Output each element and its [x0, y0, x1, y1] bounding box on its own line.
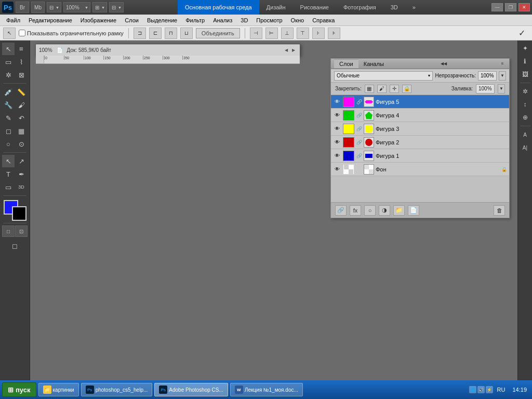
- menu-select[interactable]: Выделение: [143, 16, 181, 24]
- ruler-tool[interactable]: 📏: [15, 86, 28, 98]
- add-mask-btn[interactable]: ○: [364, 205, 376, 216]
- layers-tab-layers[interactable]: Слои: [334, 59, 358, 68]
- unite-btn[interactable]: Объединить: [196, 28, 240, 38]
- right-tool-1[interactable]: ✦: [520, 43, 531, 54]
- language-indicator[interactable]: RU: [495, 385, 508, 394]
- taskbar-btn-ps-help[interactable]: Ps photoshop_cs5_help...: [81, 383, 153, 396]
- workspace-tab-photo[interactable]: Фотография: [336, 0, 383, 15]
- direct-select-tool[interactable]: ↗: [15, 155, 28, 167]
- layer-row-figura4[interactable]: 👁 🔗 Фигура 4: [331, 109, 509, 122]
- menu-image[interactable]: Изображение: [76, 16, 121, 24]
- right-tool-3[interactable]: 🖼: [520, 69, 531, 80]
- bounding-box-input[interactable]: [19, 30, 25, 36]
- fill-value[interactable]: 100%: [476, 84, 495, 94]
- layer-eye-figura4[interactable]: 👁: [333, 111, 341, 119]
- zoom-dropdown[interactable]: 100%: [63, 2, 90, 12]
- gradient-tool[interactable]: ▦: [15, 125, 28, 137]
- history-brush-tool[interactable]: ↶: [15, 112, 28, 124]
- align-btn-1[interactable]: ⊐: [134, 28, 146, 39]
- spot-heal-tool[interactable]: 🔧: [2, 99, 15, 111]
- workspace-tab-paint[interactable]: Рисование: [293, 0, 336, 15]
- menu-file[interactable]: Файл: [2, 16, 24, 24]
- menu-3d[interactable]: 3D: [236, 16, 252, 24]
- path-select-tool[interactable]: ↖: [2, 155, 15, 167]
- standard-mode-btn[interactable]: □: [2, 225, 15, 237]
- clone-stamp-tool[interactable]: ✎: [2, 112, 15, 124]
- fill-arrow-btn[interactable]: ▼: [498, 84, 505, 94]
- right-tool-8[interactable]: A|: [520, 142, 531, 153]
- opacity-value[interactable]: 100%: [478, 71, 497, 81]
- align-btn-2[interactable]: ⊏: [149, 28, 162, 39]
- lock-paint-btn[interactable]: 🖌: [377, 85, 387, 93]
- layout-dropdown[interactable]: ⊞: [92, 2, 107, 12]
- layer-row-figura3[interactable]: 👁 🔗 Фигура 3: [331, 122, 509, 136]
- scroll-left-btn[interactable]: ◀: [283, 47, 289, 54]
- taskbar-btn-kartinki[interactable]: 📁 картинки: [38, 383, 79, 396]
- arrangement-dropdown[interactable]: ⊟: [47, 2, 61, 12]
- workspace-tab-design[interactable]: Дизайн: [259, 0, 293, 15]
- background-color[interactable]: [12, 206, 26, 221]
- screen-mode-btn[interactable]: ◻: [4, 240, 26, 252]
- align-v-btn-1[interactable]: ⊤: [297, 28, 309, 39]
- align-v-btn-2[interactable]: ⊦: [312, 28, 325, 39]
- layers-menu-btn[interactable]: ≡: [499, 61, 506, 67]
- start-button[interactable]: ⊞ пуск: [2, 382, 36, 397]
- shape-tool[interactable]: ▭: [2, 181, 15, 193]
- align-v-btn-3[interactable]: ⊧: [328, 28, 340, 39]
- layer-row-figura5[interactable]: 👁 🔗 Фигура 5: [331, 95, 509, 109]
- layers-collapse-btn[interactable]: ◀◀: [440, 61, 447, 67]
- add-adjustment-btn[interactable]: ◑: [379, 205, 390, 216]
- app-minimize-btn[interactable]: —: [491, 3, 503, 11]
- bridge-btn[interactable]: Br: [16, 2, 29, 13]
- brush-tool[interactable]: 🖌: [15, 99, 28, 111]
- lock-all-btn[interactable]: 🔒: [402, 85, 411, 93]
- add-group-btn[interactable]: 📁: [393, 205, 405, 216]
- right-tool-4[interactable]: ✲: [520, 86, 531, 97]
- move-tool[interactable]: ↖: [2, 43, 15, 55]
- menu-filter[interactable]: Фильтр: [181, 16, 209, 24]
- menu-view[interactable]: Просмотр: [252, 16, 286, 24]
- taskbar-btn-ps-active[interactable]: Ps Adobe Photoshop CS...: [154, 383, 228, 396]
- workspace-tab-3d[interactable]: 3D: [383, 0, 405, 15]
- show-bounding-box-checkbox[interactable]: Показывать ограничительную рамку: [19, 30, 124, 36]
- eraser-tool[interactable]: ◻: [2, 125, 15, 137]
- layer-eye-figura2[interactable]: 👁: [333, 138, 341, 147]
- magic-wand-tool[interactable]: ✲: [2, 69, 15, 81]
- eyedropper-tool[interactable]: 💉: [2, 86, 15, 98]
- app-restore-btn[interactable]: ❐: [505, 3, 516, 11]
- align-h-btn-2[interactable]: ⊢: [265, 28, 278, 39]
- right-tool-6[interactable]: ⊕: [520, 112, 531, 123]
- mini-bridge-btn[interactable]: Mb: [31, 2, 45, 13]
- taskbar-btn-word[interactable]: W Лекция №1_моя.doc...: [230, 383, 303, 396]
- layer-eye-fon[interactable]: 👁: [333, 165, 341, 174]
- 3d-tool[interactable]: 3D: [15, 181, 28, 193]
- align-h-btn-3[interactable]: ⊥: [281, 28, 294, 39]
- layers-tab-channels[interactable]: Каналы: [358, 60, 389, 68]
- dodge-tool[interactable]: ⊙: [15, 138, 28, 150]
- menu-layers[interactable]: Слои: [121, 16, 143, 24]
- align-btn-4[interactable]: ⊔: [180, 28, 193, 39]
- menu-analyze[interactable]: Анализ: [209, 16, 236, 24]
- type-tool[interactable]: T: [2, 168, 15, 180]
- layer-eye-figura1[interactable]: 👁: [333, 152, 341, 160]
- link-layers-btn[interactable]: 🔗: [335, 205, 347, 216]
- layer-eye-figura3[interactable]: 👁: [333, 125, 341, 133]
- layer-row-figura2[interactable]: 👁 🔗 Фигура 2: [331, 136, 509, 149]
- artboard-tool[interactable]: ⊞: [15, 43, 28, 55]
- menu-edit[interactable]: Редактирование: [24, 16, 76, 24]
- right-tool-2[interactable]: ℹ: [520, 56, 531, 67]
- crop-tool[interactable]: ⊠: [15, 69, 28, 81]
- lock-transparent-btn[interactable]: ▦: [365, 85, 374, 93]
- layer-eye-figura5[interactable]: 👁: [333, 98, 341, 106]
- lock-move-btn[interactable]: ✛: [390, 85, 399, 93]
- delete-layer-btn[interactable]: 🗑: [494, 205, 505, 216]
- lasso-tool[interactable]: ⌇: [15, 56, 28, 68]
- right-tool-5[interactable]: ↕: [520, 99, 531, 110]
- workspace-tab-main[interactable]: Основная рабочая среда: [178, 0, 259, 15]
- align-btn-3[interactable]: ⊓: [165, 28, 177, 39]
- align-h-btn-1[interactable]: ⊣: [250, 28, 262, 39]
- quick-mask-btn[interactable]: ⊡: [15, 225, 28, 237]
- blend-mode-select[interactable]: Обычные: [334, 71, 433, 81]
- layer-row-figura1[interactable]: 👁 🔗 Фигура 1: [331, 149, 509, 163]
- rectangular-select-tool[interactable]: ▭: [2, 56, 15, 68]
